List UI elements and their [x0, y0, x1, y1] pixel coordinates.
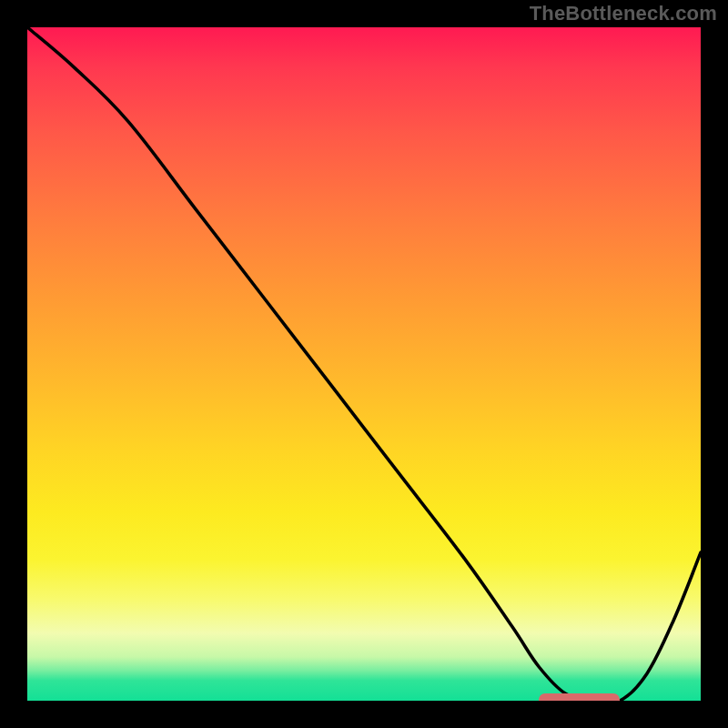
bottleneck-curve [27, 27, 701, 701]
optimal-range-marker [539, 693, 620, 701]
curve-path [27, 27, 701, 701]
chart-container: TheBottleneck.com [0, 0, 728, 728]
watermark-text: TheBottleneck.com [530, 2, 717, 25]
plot-area [27, 27, 701, 701]
